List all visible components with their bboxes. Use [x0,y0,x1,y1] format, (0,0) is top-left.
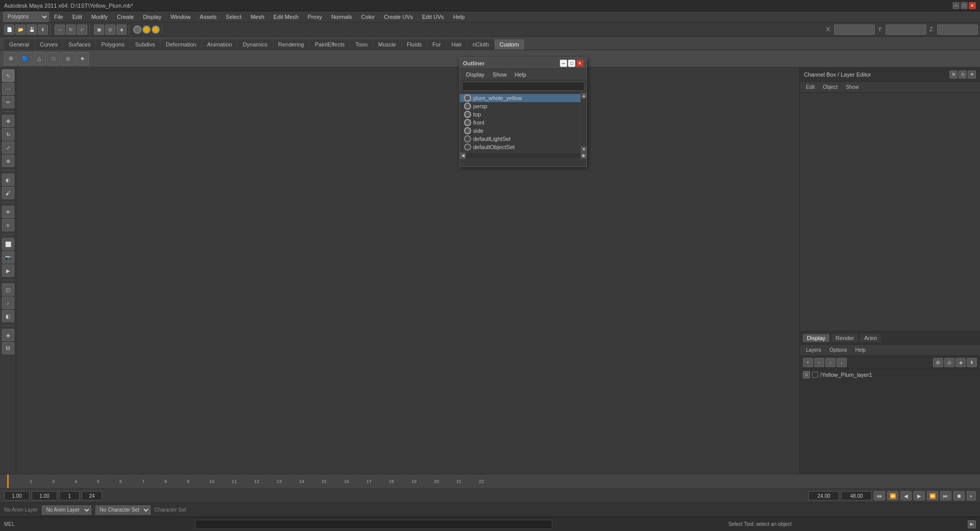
outliner-item-top[interactable]: top [460,110,580,118]
current-time-field[interactable] [4,491,30,500]
outliner-hscroll[interactable]: ◀ ▶ [460,152,586,158]
snap-curve-btn[interactable] [142,26,151,34]
cb-btn-2[interactable]: ◎ [959,70,967,79]
menu-edit[interactable]: Edit [68,13,86,21]
le-tab-display[interactable]: Display [803,334,829,342]
x-input[interactable] [834,25,875,35]
outliner-maximize[interactable]: □ [568,60,575,67]
transport-play-btn[interactable]: ▶ [914,491,925,500]
outliner-item-plum[interactable]: plum_whole_yellow [460,94,580,102]
shelf-icon-2[interactable]: 🔵 [18,52,32,65]
mode-selector[interactable]: Polygons [3,12,49,22]
snap-grid-btn[interactable] [133,26,141,34]
outliner-vscroll[interactable]: ▲ ▼ [580,93,586,152]
anim-layer-select[interactable]: No Anim Layer [42,505,91,515]
shelf-tab-polygons[interactable]: Polygons [96,39,129,50]
display-layer-btn[interactable]: ◫ [2,283,14,296]
attr-btn[interactable]: ≡ [2,219,14,231]
render-region-btn[interactable]: ⬜ [2,238,14,250]
shelf-tab-rendering[interactable]: Rendering [273,39,309,50]
sculpt-btn[interactable]: 🖌 [2,187,14,199]
menu-assets[interactable]: Assets [195,13,220,21]
transport-start-btn[interactable]: ⏮ [874,491,885,500]
outliner-scroll-up[interactable]: ▲ [581,93,587,99]
shelf-tab-ncloth[interactable]: nCloth [468,39,494,50]
menu-color[interactable]: Color [357,13,379,21]
shelf-icon-6[interactable]: ★ [76,52,89,65]
char-set-select[interactable]: No Character Set [95,505,151,515]
outliner-item-side[interactable]: side [460,127,580,135]
poly-btn[interactable]: ▣ [94,25,104,35]
outliner-scroll-down[interactable]: ▼ [581,146,587,152]
transport-record-btn[interactable]: ⏺ [953,491,965,500]
status-right-btn[interactable]: ▶ [968,520,976,528]
frame-field[interactable] [59,491,80,500]
shelf-tab-custom[interactable]: Custom [495,39,524,50]
outliner-hscroll-right[interactable]: ▶ [580,153,586,159]
layer-type-btn[interactable] [812,372,818,378]
end-frame-field[interactable] [82,491,102,500]
transport-extra-btn[interactable]: ▸ [967,491,976,500]
shelf-tab-fur[interactable]: Fur [427,39,446,50]
menu-edit-uvs[interactable]: Edit UVs [418,13,448,21]
shelf-tab-fluids[interactable]: Fluids [402,39,427,50]
move-tool-btn[interactable]: ✥ [2,115,14,127]
le-move-dn-btn[interactable]: ↓ [837,358,847,367]
cb-btn-1[interactable]: ⊞ [949,70,958,79]
transport-prev-key-btn[interactable]: ⏪ [887,491,898,500]
new-file-btn[interactable]: 📄 [4,25,14,35]
shelf-tab-animation[interactable]: Animation [202,39,237,50]
menu-select[interactable]: Select [222,13,246,21]
time-ruler[interactable]: 1 2 3 4 5 6 7 8 9 10 11 12 13 14 15 16 1… [0,474,980,489]
cb-object-btn[interactable]: Object [820,83,841,91]
le-subtab-options[interactable]: Options [826,346,850,354]
le-create-btn[interactable]: + [803,358,813,367]
shelf-tab-curves[interactable]: Curves [35,39,63,50]
menu-file[interactable]: File [50,13,67,21]
menu-display[interactable]: Display [139,13,165,21]
outliner-minimize[interactable]: ─ [560,60,567,67]
transform-btn[interactable]: ↔ [55,25,65,35]
paint-sel-btn[interactable]: ✏ [2,96,14,108]
range-end-field[interactable] [841,491,872,500]
z-input[interactable] [937,25,978,35]
outliner-search-input[interactable] [462,82,584,91]
menu-proxy[interactable]: Proxy [304,13,326,21]
menu-create-uvs[interactable]: Create UVs [380,13,417,21]
le-icon-3[interactable]: ◈ [955,358,966,367]
shelf-icon-3[interactable]: △ [33,52,46,65]
start-time-field[interactable] [32,491,57,500]
layer-visible-btn[interactable]: V [803,371,810,378]
scale-btn[interactable]: ⤢ [77,25,87,35]
outliner-item-objset[interactable]: defaultObjectSet [460,143,580,151]
menu-mesh[interactable]: Mesh [247,13,268,21]
shelf-icon-5[interactable]: ◎ [61,52,75,65]
scale-tool-btn[interactable]: ⤢ [2,141,14,154]
le-subtab-help[interactable]: Help [852,346,869,354]
shelf-tab-painteffects[interactable]: PaintEffects [310,39,350,50]
ipr-btn[interactable]: ▶ [2,264,14,277]
outliner-item-persp[interactable]: persp [460,102,580,110]
menu-window[interactable]: Window [166,13,194,21]
rotate-btn[interactable]: ↻ [66,25,76,35]
menu-create[interactable]: Create [113,13,138,21]
import-btn[interactable]: ⬇ [38,25,48,35]
le-icon-4[interactable]: ⬆ [967,358,977,367]
le-move-up-btn[interactable]: ↑ [825,358,836,367]
cb-show-btn[interactable]: Show [843,83,862,91]
quick-sel-btn[interactable]: ◈ [2,329,14,341]
render-layer-btn[interactable]: ◧ [2,310,14,322]
maximize-button[interactable]: □ [961,2,968,9]
manip-tool-btn[interactable]: ⊕ [2,155,14,167]
outliner-menu-show[interactable]: Show [489,70,510,79]
cb-btn-3[interactable]: ⊕ [968,70,976,79]
subdiv-btn[interactable]: ◈ [116,25,127,35]
soft-mod-btn[interactable]: ◐ [2,174,14,186]
mel-btn[interactable]: M [2,342,14,354]
transport-next-key-btn[interactable]: ⏭ [940,491,951,500]
le-icon-1[interactable]: ⊞ [933,358,943,367]
menu-edit-mesh[interactable]: Edit Mesh [270,13,303,21]
shelf-tab-surfaces[interactable]: Surfaces [63,39,95,50]
shelf-tab-subdivs[interactable]: Subdivs [130,39,160,50]
cb-edit-btn[interactable]: Edit [803,83,818,91]
